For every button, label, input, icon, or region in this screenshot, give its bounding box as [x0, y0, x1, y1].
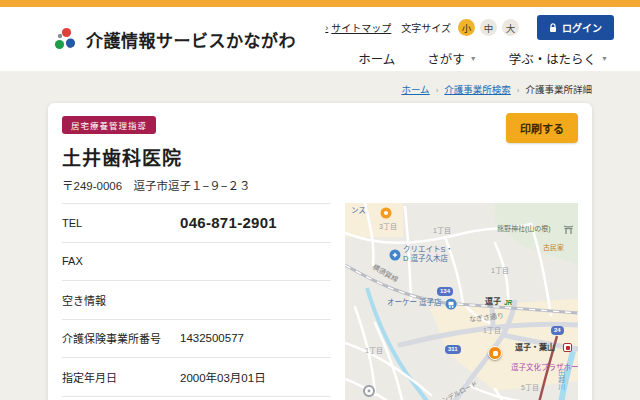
font-size-large-button[interactable]: 大	[502, 19, 519, 36]
map-route-badge: 134	[437, 287, 453, 296]
detail-row-last-updated: 最終更新日 2025年09月18日	[62, 397, 331, 400]
map-label-chome: 1丁目	[365, 347, 383, 355]
print-button[interactable]: 印刷する	[506, 113, 578, 143]
detail-row-availability: 空き情報	[62, 281, 331, 320]
nav-home-label: ホーム	[358, 49, 395, 68]
breadcrumb-home[interactable]: ホーム	[401, 84, 429, 95]
details-table: TEL 046-871-2901 FAX 空き情報 介護保険事業所番号 1432…	[62, 203, 331, 400]
nav-learn-work-label: 学ぶ・はたらく	[509, 49, 596, 68]
map-label-chome: 1丁目	[483, 327, 501, 335]
service-type-badge: 居宅療養管理指導	[62, 116, 156, 134]
breadcrumb-current: 介護事業所詳細	[525, 84, 592, 95]
map-label-chome: 5丁目	[521, 384, 539, 392]
logo-icon	[52, 26, 78, 52]
map-label-zushi-hayama-station: 逗子・葉山	[515, 344, 555, 353]
detail-value: 2000年03月01日	[180, 369, 266, 385]
sitemap-link[interactable]: › サイトマップ	[325, 20, 391, 35]
site-header: 介護情報サービスかながわ › サイトマップ 文字サイズ 小 中 大	[0, 7, 640, 71]
main-nav: ホーム さがす▼ 学ぶ・はたらく▼	[358, 49, 608, 68]
font-size-control: 文字サイズ 小 中 大	[401, 19, 519, 36]
chevron-down-icon: ▼	[470, 55, 477, 62]
page: 介護情報サービスかながわ › サイトマップ 文字サイズ 小 中 大	[0, 0, 640, 400]
breadcrumb: ホーム›介護事業所検索›介護事業所詳細	[0, 71, 640, 96]
map-label-partial-store: ンス	[351, 207, 366, 215]
facility-map-marker[interactable]	[488, 346, 502, 360]
map-route-badge: 311	[445, 345, 461, 354]
facility-name: 土井歯科医院	[62, 143, 578, 170]
facility-detail-card: 居宅療養管理指導 印刷する 土井歯科医院 〒249-0006 逗子市逗子１−９−…	[48, 103, 592, 400]
card-content: TEL 046-871-2901 FAX 空き情報 介護保険事業所番号 1432…	[62, 203, 578, 400]
map-label-chome: 1丁目	[433, 227, 451, 235]
map-label-create-store: D 逗子久木店	[403, 255, 448, 263]
detail-label: 空き情報	[62, 292, 180, 308]
login-button[interactable]: ログイン	[537, 15, 614, 40]
detail-label: TEL	[62, 217, 180, 229]
site-logo[interactable]: 介護情報サービスかながわ	[52, 7, 296, 71]
top-accent-bar	[0, 0, 640, 7]
detail-row-office-number: 介護保険事業所番号 1432500577	[62, 320, 331, 359]
keikyu-station-icon	[563, 343, 572, 352]
font-size-label: 文字サイズ	[401, 20, 451, 35]
map-label-bunka-plaza: 逗子文化プラザホー	[511, 364, 578, 372]
detail-row-designation-date: 指定年月日 2000年03月01日	[62, 358, 331, 397]
jr-logo-icon: JR	[504, 299, 512, 306]
facility-address: 〒249-0006 逗子市逗子１−９−２３	[62, 177, 578, 193]
nav-search-label: さがす	[427, 49, 465, 68]
map-route-badge: 24	[551, 326, 564, 335]
map-label-chome: 1丁目	[491, 267, 509, 275]
detail-row-fax: FAX	[62, 243, 331, 282]
breadcrumb-facility-search[interactable]: 介護事業所検索	[444, 84, 511, 95]
chevron-down-icon: ▼	[601, 55, 608, 62]
detail-label: FAX	[62, 255, 180, 267]
detail-row-tel: TEL 046-871-2901	[62, 204, 331, 243]
site-title: 介護情報サービスかながわ	[86, 27, 296, 52]
nav-search[interactable]: さがす▼	[427, 49, 476, 68]
login-label: ログイン	[562, 20, 602, 35]
sitemap-label: サイトマップ	[331, 20, 391, 35]
header-right: › サイトマップ 文字サイズ 小 中 大 ログイン	[325, 7, 614, 71]
map-label-tagoe-river: 田越川	[557, 369, 565, 390]
map-label-zushi-station: 逗子	[485, 298, 501, 307]
utility-row: › サイトマップ 文字サイズ 小 中 大 ログイン	[325, 15, 614, 40]
map-label-chome: 3丁目	[379, 223, 397, 231]
map-embed[interactable]: ンス 3丁目 1丁目 熊野神社(山の根) 古民家 クリエイトS・ D 逗子久木店…	[345, 203, 578, 400]
detail-value: 1432500577	[180, 332, 244, 344]
detail-value-tel: 046-871-2901	[180, 214, 277, 231]
map-label-kominka: 古民家	[543, 244, 564, 252]
map-label-create-store: クリエイトS・	[403, 246, 453, 254]
nav-learn-work[interactable]: 学ぶ・はたらく▼	[509, 49, 608, 68]
font-size-medium-button[interactable]: 中	[480, 19, 497, 36]
font-size-small-button[interactable]: 小	[458, 19, 475, 36]
lock-icon	[549, 23, 557, 33]
detail-label: 介護保険事業所番号	[62, 330, 180, 346]
map-label-kumano-shrine: 熊野神社(山の根)	[497, 225, 551, 233]
chevron-right-icon: ›	[325, 23, 328, 33]
map-label-ok-store: オーケー 逗子店	[387, 299, 442, 307]
nav-home[interactable]: ホーム	[358, 49, 395, 68]
detail-label: 指定年月日	[62, 369, 180, 385]
breadcrumb-separator: ›	[517, 86, 520, 95]
breadcrumb-separator: ›	[436, 86, 439, 95]
